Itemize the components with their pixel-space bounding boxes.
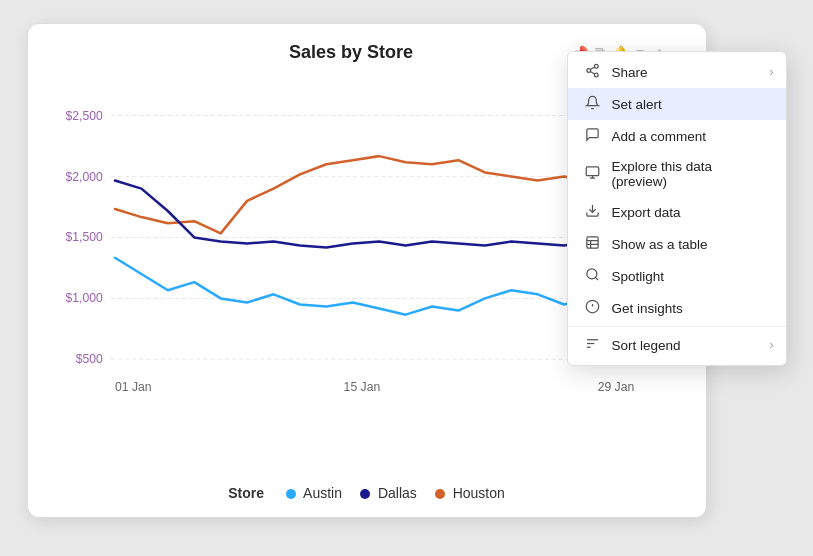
- menu-item-insights[interactable]: Get insights: [568, 292, 786, 324]
- svg-text:01 Jan: 01 Jan: [114, 380, 151, 394]
- svg-point-15: [594, 73, 598, 77]
- menu-export-label: Export data: [612, 205, 681, 220]
- menu-add-comment-label: Add a comment: [612, 129, 707, 144]
- sort-legend-arrow: ›: [770, 338, 774, 352]
- add-comment-icon: [584, 127, 602, 145]
- houston-dot: [435, 489, 445, 499]
- chart-title: Sales by Store: [132, 42, 571, 63]
- menu-item-share[interactable]: Share ›: [568, 56, 786, 88]
- svg-text:$2,000: $2,000: [65, 170, 102, 184]
- svg-text:$1,500: $1,500: [65, 230, 102, 244]
- legend-dallas-label: Dallas: [378, 485, 417, 501]
- share-icon: [584, 63, 602, 81]
- legend-houston-label: Houston: [453, 485, 505, 501]
- legend-houston: Houston: [435, 485, 505, 501]
- share-arrow: ›: [770, 65, 774, 79]
- legend-dallas: Dallas: [360, 485, 417, 501]
- svg-text:$1,000: $1,000: [65, 291, 102, 305]
- insights-icon: [584, 299, 602, 317]
- dallas-dot: [360, 489, 370, 499]
- menu-insights-label: Get insights: [612, 301, 683, 316]
- legend-austin-label: Austin: [303, 485, 342, 501]
- svg-point-14: [587, 69, 591, 73]
- svg-line-16: [590, 71, 594, 73]
- spotlight-icon: [584, 267, 602, 285]
- menu-show-table-label: Show as a table: [612, 237, 708, 252]
- svg-text:29 Jan: 29 Jan: [597, 380, 634, 394]
- explore-icon: [584, 165, 602, 183]
- menu-item-sort-legend[interactable]: Sort legend ›: [568, 329, 786, 361]
- svg-point-26: [587, 269, 597, 279]
- svg-text:15 Jan: 15 Jan: [343, 380, 380, 394]
- legend: Store Austin Dallas Houston: [52, 485, 682, 501]
- svg-line-17: [590, 67, 594, 69]
- menu-item-show-table[interactable]: Show as a table: [568, 228, 786, 260]
- menu-divider: [568, 326, 786, 327]
- menu-item-spotlight[interactable]: Spotlight: [568, 260, 786, 292]
- svg-line-27: [595, 277, 598, 280]
- set-alert-icon: [584, 95, 602, 113]
- legend-store-label: Store: [228, 485, 264, 501]
- menu-item-set-alert[interactable]: Set alert: [568, 88, 786, 120]
- sort-icon: [584, 336, 602, 354]
- menu-explore-label: Explore this data (preview): [612, 159, 770, 189]
- svg-point-13: [594, 64, 598, 68]
- menu-set-alert-label: Set alert: [612, 97, 662, 112]
- export-icon: [584, 203, 602, 221]
- menu-spotlight-label: Spotlight: [612, 269, 665, 284]
- menu-item-export[interactable]: Export data: [568, 196, 786, 228]
- legend-austin: Austin: [286, 485, 342, 501]
- context-menu: Share › Set alert Add a comment Explore …: [567, 51, 787, 366]
- menu-share-label: Share: [612, 65, 648, 80]
- table-icon: [584, 235, 602, 253]
- menu-item-add-comment[interactable]: Add a comment: [568, 120, 786, 152]
- svg-text:$500: $500: [75, 352, 102, 366]
- svg-rect-18: [586, 167, 599, 176]
- svg-text:$2,500: $2,500: [65, 109, 102, 123]
- svg-rect-22: [587, 237, 598, 248]
- menu-sort-legend-label: Sort legend: [612, 338, 681, 353]
- austin-dot: [286, 489, 296, 499]
- menu-item-explore[interactable]: Explore this data (preview): [568, 152, 786, 196]
